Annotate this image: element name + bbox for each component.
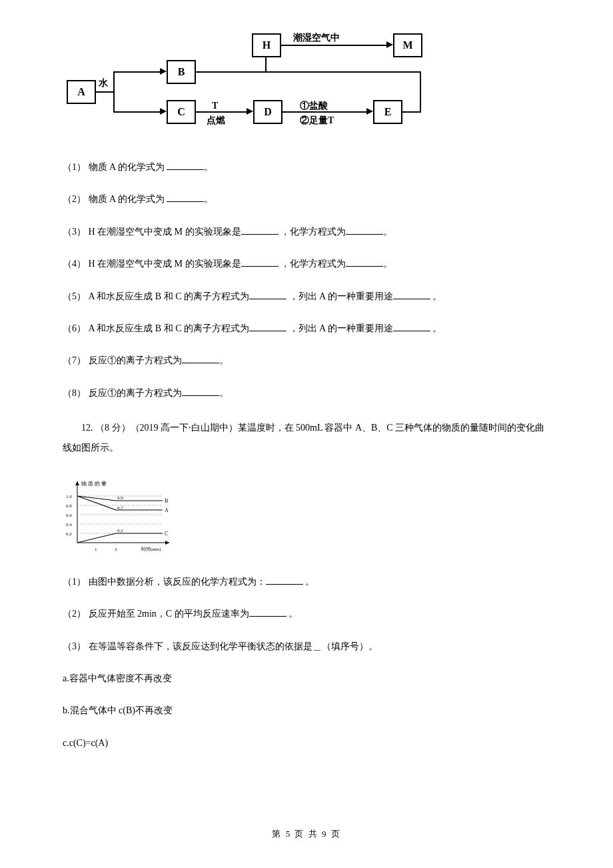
question-3: （3） H 在潮湿空气中变成 M 的实验现象是 ，化学方程式为。: [63, 225, 550, 239]
blank[interactable]: [167, 161, 204, 170]
flow-diagram: A B C H M D E 水 潮湿空气中 T 点燃 ①盐酸 ②足量T: [67, 33, 440, 140]
svg-text:C: C: [165, 531, 168, 537]
box-m: M: [393, 33, 422, 57]
svg-text:0.9: 0.9: [117, 495, 123, 501]
blank[interactable]: [167, 193, 204, 202]
box-h: H: [252, 33, 281, 57]
question-5: （5） A 和水反应生成 B 和 C 的离子方程式为 ，列出 A 的一种重要用途…: [63, 289, 550, 304]
label-hcl: ①盐酸: [300, 99, 328, 113]
svg-text:时间(min): 时间(min): [141, 547, 161, 552]
blank[interactable]: [249, 322, 287, 331]
svg-text:0.2: 0.2: [117, 528, 123, 533]
box-e: E: [373, 100, 402, 124]
svg-text:1.0: 1.0: [66, 494, 72, 499]
svg-text:A: A: [165, 507, 169, 513]
blank[interactable]: [346, 225, 383, 235]
question-4: （4） H 在潮湿空气中变成 M 的实验现象是 ，化学方程式为。: [63, 257, 550, 271]
blank[interactable]: [182, 354, 219, 363]
label-moist-air: 潮湿空气中: [293, 31, 340, 45]
box-c: C: [167, 100, 196, 124]
svg-text:B: B: [165, 498, 168, 504]
svg-text:2: 2: [115, 547, 117, 552]
svg-marker-3: [75, 481, 79, 485]
blank[interactable]: [241, 225, 279, 235]
blank[interactable]: [241, 257, 279, 267]
blank[interactable]: [346, 257, 383, 267]
box-d: D: [253, 100, 283, 124]
question-12-1: （1） 由图中数据分析，该反应的化学方程式为： 。: [63, 575, 550, 589]
question-2: （2） 物质 A 的化学式为 。: [63, 192, 550, 207]
question-12-2: （2） 反应开始至 2min，C 的平均反应速率为 。: [63, 607, 550, 621]
option-a: a.容器中气体密度不再改变: [63, 671, 550, 686]
question-1: （1） 物质 A 的化学式为 。: [63, 160, 550, 175]
label-excess-t: ②足量T: [300, 113, 334, 128]
blank[interactable]: [182, 387, 219, 396]
page-footer: 第 5 页 共 9 页: [0, 827, 613, 841]
box-a: A: [67, 80, 96, 104]
svg-text:0.8: 0.8: [66, 503, 72, 509]
question-12-intro: 12. （8 分）（2019 高一下·白山期中）某温度时，在 500mL 容器中…: [63, 418, 550, 457]
box-b: B: [167, 60, 196, 84]
label-t: T: [212, 99, 218, 113]
question-12-3: （3） 在等温等容条件下，该反应达到化学平衡状态的依据是＿（填序号）。: [63, 639, 550, 654]
blank[interactable]: [393, 322, 430, 331]
question-8: （8） 反应①的离子方程式为。: [63, 386, 550, 401]
blank[interactable]: [249, 607, 287, 617]
question-7: （7） 反应①的离子方程式为。: [63, 353, 550, 368]
svg-text:物 质 的 量: 物 质 的 量: [81, 481, 107, 487]
question-6: （6） A 和水反应生成 B 和 C 的离子方程式为 ，列出 A 的一种重要用途…: [63, 321, 550, 336]
label-water: 水: [99, 76, 108, 91]
svg-text:0.7: 0.7: [117, 505, 123, 511]
blank[interactable]: [266, 575, 303, 585]
option-c: c.c(C)=c(A): [63, 736, 550, 751]
blank[interactable]: [249, 290, 287, 299]
svg-text:0.2: 0.2: [66, 531, 72, 537]
line-chart: 1.0 0.8 0.6 0.4 0.2 1 2 0.9 0.7 0.2 B A …: [63, 476, 176, 556]
svg-text:0.4: 0.4: [66, 522, 72, 527]
label-ignite: 点燃: [207, 113, 225, 128]
svg-text:1: 1: [95, 547, 97, 552]
svg-text:0.6: 0.6: [66, 513, 72, 518]
option-b: b.混合气体中 c(B)不再改变: [63, 703, 550, 718]
svg-marker-1: [165, 541, 169, 545]
blank[interactable]: [393, 290, 430, 299]
